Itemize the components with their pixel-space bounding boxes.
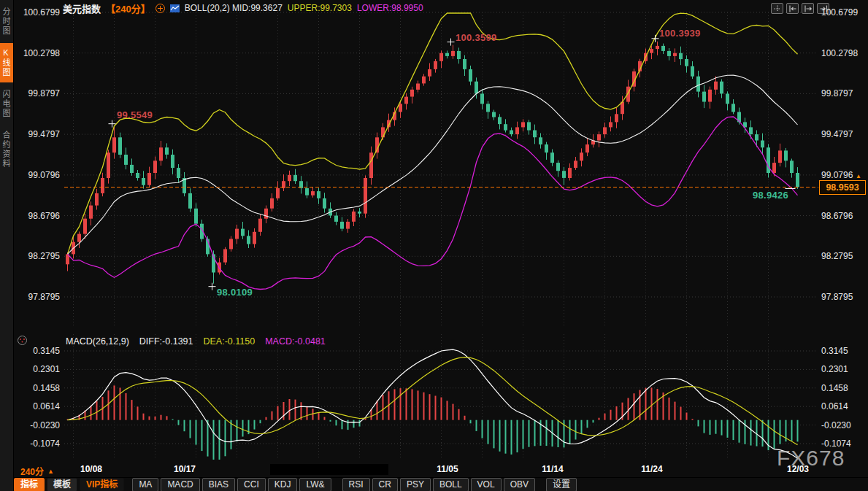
toolbar-button-obv[interactable]: OBV bbox=[504, 478, 535, 491]
dea-line bbox=[68, 357, 798, 445]
price-axis-label-left: 100.2798 bbox=[16, 48, 60, 58]
macd-axis-label-left: 0.2301 bbox=[16, 364, 60, 374]
toolbar-button-boll[interactable]: BOLL bbox=[433, 478, 469, 491]
left-sidebar: 分时图K线图闪电图合约资料 bbox=[0, 0, 14, 491]
toolbar-button-indicator[interactable]: 指标 bbox=[14, 478, 45, 491]
period-tag[interactable]: 【240分】 bbox=[106, 1, 150, 15]
low-price-annotation: 98.0109 bbox=[217, 287, 253, 298]
boll-mid-line bbox=[68, 75, 798, 254]
toolbar-button-cci[interactable]: CCI bbox=[237, 478, 266, 491]
window-tools bbox=[771, 3, 829, 14]
price-axis-label-right: 100.6799 bbox=[821, 7, 865, 18]
price-axis-label-left: 99.0796 bbox=[16, 170, 60, 180]
price-axis-label-right: 99.0796 bbox=[821, 170, 865, 180]
grid-layer bbox=[64, 12, 818, 460]
toolbar-button-vip-indicator[interactable]: VIP指标 bbox=[80, 478, 124, 491]
macd-axis-label-right: -0.0230 bbox=[821, 420, 865, 430]
macd-macd-value: MACD:-0.0481 bbox=[265, 336, 326, 347]
toolbar-button-bias[interactable]: BIAS bbox=[202, 478, 235, 491]
chart-header: 美元指数 【240分】 BOLL(20,2) MID:99.3627 UPPER… bbox=[63, 2, 423, 14]
date-tick-10-17: 10/17 bbox=[174, 464, 196, 474]
period-badge[interactable]: 240分 ▲ bbox=[20, 465, 54, 477]
boll-upper-value: UPPER:99.7303 bbox=[288, 3, 352, 13]
macd-axis-label-left: 0.0614 bbox=[16, 401, 60, 411]
boll-lower-value: LOWER:98.9950 bbox=[357, 3, 423, 13]
macd-histogram bbox=[68, 385, 798, 460]
price-axis-label-left: 97.8795 bbox=[16, 292, 60, 302]
high-price-annotation: 100.3599 bbox=[456, 32, 497, 43]
date-tick-11-14: 11/14 bbox=[542, 464, 563, 474]
price-axis-label-right: 97.8795 bbox=[821, 292, 865, 302]
compress-right-icon[interactable] bbox=[802, 3, 814, 14]
macd-dea-value: DEA:-0.1150 bbox=[203, 336, 255, 347]
macd-axis-label-right: 0.3145 bbox=[821, 346, 865, 356]
diff-line bbox=[68, 349, 798, 458]
macd-axis-label-right: 0.1458 bbox=[821, 383, 865, 393]
date-tick-12-03: 12/03 bbox=[787, 464, 809, 474]
toolbar-button-psy[interactable]: PSY bbox=[400, 478, 431, 491]
price-axis-label-right: 99.4797 bbox=[821, 129, 865, 139]
date-tick-11-24: 11/24 bbox=[641, 464, 662, 474]
period-label: 240分 bbox=[20, 465, 44, 477]
boll-lower-line bbox=[68, 117, 798, 290]
symbol-title: 美元指数 bbox=[63, 1, 101, 15]
price-axis-label-right: 98.6796 bbox=[821, 211, 865, 221]
price-axis-label-right: 100.2798 bbox=[821, 48, 865, 58]
macd-axis-label-right: -0.1074 bbox=[821, 438, 865, 449]
price-axis-label-left: 98.2795 bbox=[16, 251, 60, 261]
price-axis-label-left: 99.4797 bbox=[16, 129, 60, 139]
macd-axis-label-right: 0.0614 bbox=[821, 401, 865, 411]
chart-canvas[interactable] bbox=[0, 0, 868, 491]
last-price-marker: 98.9593 bbox=[819, 180, 866, 195]
toolbar-button-rsi[interactable]: RSI bbox=[342, 478, 370, 491]
bottom-toolbar: 指标模板VIP指标MAMACDBIASCCIKDJLW&RSICRPSYBOLL… bbox=[14, 477, 868, 491]
macd-axis-label-left: 0.1458 bbox=[16, 383, 60, 393]
toolbar-button-cr[interactable]: CR bbox=[372, 478, 398, 491]
toolbar-button-template[interactable]: 模板 bbox=[47, 478, 77, 491]
sidebar-tab-contract-info[interactable]: 合约资料 bbox=[0, 125, 13, 174]
period-arrow-icon: ▲ bbox=[47, 468, 54, 475]
macd-lines bbox=[68, 349, 798, 458]
macd-formula: MACD(26,12,9) bbox=[66, 336, 129, 347]
macd-axis-label-left: -0.0230 bbox=[16, 420, 60, 430]
boll-upper-line bbox=[68, 13, 798, 254]
macd-diff-value: DIFF:-0.1391 bbox=[139, 336, 193, 347]
boll-legend: BOLL(20,2) MID:99.3627 bbox=[185, 3, 283, 13]
toolbar-button-vol[interactable]: VOL bbox=[471, 478, 502, 491]
pan-crosshair-icon[interactable] bbox=[771, 3, 783, 14]
compress-left-icon[interactable] bbox=[786, 3, 799, 14]
toolbar-button-settings[interactable]: 设置 bbox=[546, 478, 577, 491]
macd-axis-label-left: 0.3145 bbox=[16, 346, 60, 356]
price-axis-label-right: 99.8797 bbox=[821, 88, 865, 98]
macd-axis-label-right: 0.2301 bbox=[821, 364, 865, 374]
macd-legend: MACD(26,12,9) DIFF:-0.1391 DEA:-0.1150 M… bbox=[66, 336, 326, 347]
sidebar-tab-minute-chart[interactable]: 分时图 bbox=[0, 2, 13, 41]
price-axis-label-left: 98.6796 bbox=[16, 211, 60, 221]
price-axis-label-left: 99.8797 bbox=[16, 88, 60, 98]
price-axis-label-right: 98.2795 bbox=[821, 251, 865, 261]
sidebar-tab-flash-chart[interactable]: 闪电图 bbox=[0, 85, 13, 123]
toolbar-button-lw[interactable]: LW& bbox=[299, 478, 331, 491]
axis-blackout-bar bbox=[270, 464, 388, 475]
boll-bands bbox=[68, 13, 798, 290]
date-tick-11-05: 11/05 bbox=[437, 464, 458, 474]
indicator-chart-icon bbox=[170, 4, 180, 12]
high-price-annotation: 100.3939 bbox=[659, 28, 701, 39]
toolbar-button-ma[interactable]: MA bbox=[132, 478, 158, 491]
circle-plus-icon[interactable] bbox=[155, 4, 165, 13]
toolbar-button-macd[interactable]: MACD bbox=[161, 478, 199, 491]
price-axis-label-left: 100.6799 bbox=[16, 7, 60, 18]
date-tick-10-08: 10/08 bbox=[80, 464, 102, 474]
macd-axis-label-left: -0.1074 bbox=[16, 438, 60, 449]
boll-mid-value: MID:99.3627 bbox=[232, 3, 283, 13]
sidebar-tab-kline-chart[interactable]: K线图 bbox=[0, 43, 13, 82]
low-price-annotation: 98.9426 bbox=[753, 190, 788, 201]
high-price-annotation: 99.5549 bbox=[117, 109, 153, 120]
toolbar-button-kdj[interactable]: KDJ bbox=[268, 478, 298, 491]
